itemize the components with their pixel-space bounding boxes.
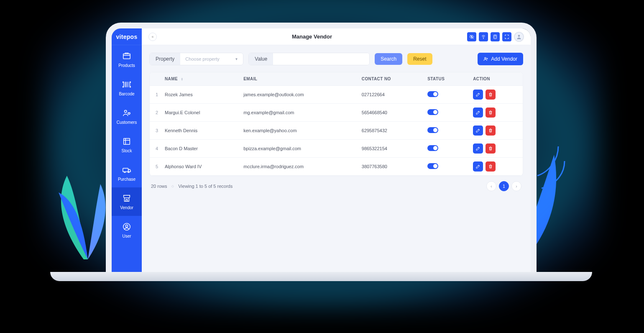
brand-logo: vitepos (112, 28, 142, 45)
cell-actions (468, 122, 523, 140)
sidebar-item-label: User (122, 234, 131, 238)
table-row: 3Kenneth Dennisken.example@yahoo.com6295… (150, 122, 523, 140)
trash-icon (488, 92, 493, 97)
filter-bar: Property Choose property ▼ Value Search … (149, 53, 523, 65)
edit-button[interactable] (473, 161, 483, 172)
svg-point-11 (485, 57, 486, 59)
sidebar-item-stock[interactable]: Stock (112, 131, 142, 159)
table-row: 5Alphonso Ward IVmcclure.irma@rodriguez.… (150, 158, 523, 176)
svg-rect-3 (124, 138, 130, 144)
delete-button[interactable] (486, 161, 496, 172)
sidebar-item-label: Stock (121, 149, 132, 153)
edit-icon (475, 110, 480, 115)
barcode-icon (122, 80, 131, 89)
cell-status (422, 158, 468, 176)
chevron-left-icon: « (151, 35, 153, 39)
row-index: 3 (150, 122, 160, 140)
value-filter-group: Value (248, 53, 370, 65)
main-area: « Manage Vendor (142, 28, 531, 272)
status-toggle[interactable] (427, 127, 438, 133)
vendor-table-card: NAME ▲▼ EMAIL CONTACT NO STATUS ACTION 1… (149, 72, 523, 176)
topbar-visibility-button[interactable] (467, 32, 476, 41)
add-vendor-label: Add Vendor (491, 56, 517, 62)
stock-icon (122, 137, 131, 146)
property-filter-group: Property Choose property ▼ (149, 53, 243, 65)
status-toggle[interactable] (427, 163, 438, 169)
page-size-select[interactable]: 20 rows (151, 184, 167, 189)
cell-actions (468, 104, 523, 122)
edit-button[interactable] (473, 143, 483, 154)
next-page-button[interactable]: › (511, 181, 521, 191)
delete-button[interactable] (486, 126, 496, 136)
chevron-left-icon: ‹ (491, 184, 492, 189)
status-toggle[interactable] (427, 91, 438, 97)
svg-point-2 (125, 110, 127, 113)
cell-contact: 9865322154 (357, 140, 423, 158)
col-status[interactable]: STATUS (422, 72, 468, 86)
topbar-fullscreen-button[interactable] (502, 32, 511, 41)
cell-status (422, 104, 468, 122)
col-action: ACTION (468, 72, 523, 86)
table-row: 1Rozek Jamesjames.example@outlook.com027… (150, 86, 523, 104)
delete-button[interactable] (486, 90, 496, 100)
topbar-wifi-button[interactable] (479, 32, 488, 41)
table-row: 2Margui.E Colonelmg.example@gmail.com565… (150, 104, 523, 122)
cell-contact: 027122664 (357, 86, 423, 104)
status-toggle[interactable] (427, 145, 438, 151)
table-row: 4Bacon D Masterbpizza.example@gmail.com9… (150, 140, 523, 158)
svg-point-6 (125, 225, 128, 227)
user-avatar[interactable] (514, 32, 524, 42)
property-placeholder: Choose property (185, 56, 219, 61)
separator-dot: ○ (171, 184, 174, 189)
row-index: 1 (150, 86, 160, 104)
edit-button[interactable] (473, 126, 483, 136)
sidebar-item-purchase[interactable]: Purchase (112, 159, 142, 187)
delete-button[interactable] (486, 108, 496, 118)
vendor-table: NAME ▲▼ EMAIL CONTACT NO STATUS ACTION 1… (150, 72, 523, 176)
user-icon (122, 222, 131, 231)
svg-point-10 (518, 35, 520, 37)
cell-email: mcclure.irma@rodriguez.com (238, 158, 357, 176)
search-button[interactable]: Search (375, 53, 402, 65)
sidebar-item-barcode[interactable]: Barcode (112, 74, 142, 102)
sidebar-item-products[interactable]: Products (112, 45, 142, 74)
sidebar-item-customers[interactable]: Customers (112, 102, 142, 131)
sidebar-collapse-button[interactable]: « (148, 33, 157, 41)
chevron-down-icon: ▼ (235, 57, 238, 61)
col-name[interactable]: NAME ▲▼ (160, 72, 238, 86)
edit-icon (475, 146, 480, 151)
pagination: ‹ 1 › (486, 181, 521, 191)
prev-page-button[interactable]: ‹ (486, 181, 496, 191)
page-1-button[interactable]: 1 (499, 181, 509, 191)
cell-name: Bacon D Master (160, 140, 238, 158)
calculator-icon (493, 34, 498, 39)
edit-button[interactable] (473, 108, 483, 118)
add-vendor-button[interactable]: Add Vendor (478, 53, 523, 65)
sidebar-item-vendor[interactable]: Vendor (112, 187, 142, 216)
trash-icon (488, 110, 493, 115)
topbar-calculator-button[interactable] (491, 32, 500, 41)
property-select[interactable]: Choose property ▼ (180, 53, 243, 65)
trash-icon (488, 164, 493, 169)
cell-actions (468, 158, 523, 176)
cell-actions (468, 86, 523, 104)
cell-name: Rozek James (160, 86, 238, 104)
vendor-icon (122, 194, 131, 203)
col-contact[interactable]: CONTACT NO (357, 72, 423, 86)
user-plus-icon (483, 56, 488, 61)
row-index: 4 (150, 140, 160, 158)
sidebar-item-user[interactable]: User (112, 216, 142, 244)
cell-email: mg.example@gmail.com (238, 104, 357, 122)
edit-icon (475, 164, 480, 169)
sidebar-item-label: Vendor (120, 205, 133, 210)
property-label: Property (150, 53, 180, 65)
edit-button[interactable] (473, 90, 483, 100)
delete-button[interactable] (486, 143, 496, 154)
status-toggle[interactable] (427, 109, 438, 115)
value-input[interactable] (273, 53, 369, 65)
row-index: 5 (150, 158, 160, 176)
reset-button[interactable]: Reset (407, 53, 432, 65)
row-index: 2 (150, 104, 160, 122)
col-email[interactable]: EMAIL (238, 72, 357, 86)
trash-icon (488, 128, 493, 133)
